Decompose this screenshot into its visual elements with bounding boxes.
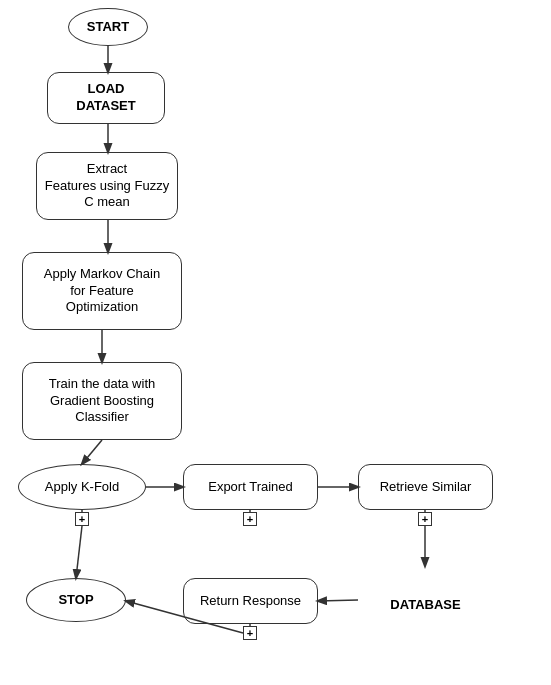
connector-cross-export: +	[243, 512, 257, 526]
extract-features-node: ExtractFeatures using FuzzyC mean	[36, 152, 178, 220]
export-trained-node: Export Trained	[183, 464, 318, 510]
markov-chain-node: Apply Markov Chainfor FeatureOptimizatio…	[22, 252, 182, 330]
connector-cross-response: +	[243, 626, 257, 640]
svg-line-7	[82, 440, 102, 464]
load-dataset-node: LOADDATASET	[47, 72, 165, 124]
svg-line-15	[318, 600, 358, 601]
svg-line-9	[76, 526, 82, 578]
connector-cross-kfold: +	[75, 512, 89, 526]
connector-cross-retrieve: +	[418, 512, 432, 526]
retrieve-similar-node: Retrieve Similar	[358, 464, 493, 510]
return-response-node: Return Response	[183, 578, 318, 624]
kfold-node: Apply K-Fold	[18, 464, 146, 510]
train-node: Train the data withGradient BoostingClas…	[22, 362, 182, 440]
start-node: START	[68, 8, 148, 46]
flowchart-diagram: START LOADDATASET ExtractFeatures using …	[0, 0, 551, 685]
stop-node: STOP	[26, 578, 126, 622]
database-node: DATABASE	[358, 566, 493, 634]
